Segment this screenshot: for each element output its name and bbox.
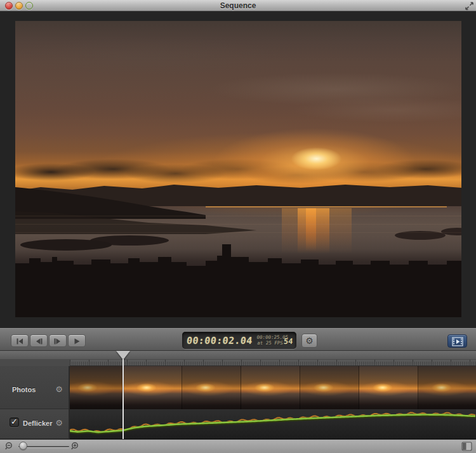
fullscreen-icon[interactable] — [465, 2, 473, 10]
deflicker-checkbox[interactable]: ✓ — [10, 417, 19, 427]
deflicker-track-content[interactable] — [70, 409, 476, 439]
timecode-display: 00:00:02.04 00:00:25.05 at 25 FPS 54 — [182, 332, 296, 349]
step-backward-button[interactable] — [30, 334, 48, 347]
bottom-toolbar — [0, 439, 476, 453]
titlebar[interactable]: Sequence — [0, 0, 476, 11]
transport-bar: 00:00:02.04 00:00:25.05 at 25 FPS 54 ⚙ — [0, 328, 476, 351]
playback-settings-button[interactable]: ⚙ — [301, 334, 317, 348]
zoom-in-button[interactable] — [70, 442, 80, 451]
deflicker-track-label: Deflicker — [23, 419, 52, 427]
panel-toggle-icon — [461, 442, 472, 451]
photos-thumbnails — [70, 366, 476, 409]
step-forward-icon — [53, 337, 62, 346]
deflicker-track-settings-button[interactable]: ⚙ — [55, 418, 63, 428]
app-window: Sequence — [0, 0, 476, 453]
deflicker-track: ✓ Deflicker ⚙ — [0, 409, 476, 439]
landscape-silhouette — [15, 21, 461, 317]
total-duration: 00:00:25.05 — [256, 334, 285, 340]
timeline: Photos ⚙ ✓ Deflicker ⚙ — [0, 351, 476, 439]
playhead-handle[interactable] — [116, 351, 130, 360]
photos-track-label: Photos — [12, 386, 36, 393]
photos-track-settings-button[interactable]: ⚙ — [55, 384, 63, 394]
zoom-in-icon — [70, 442, 80, 451]
play-button[interactable] — [68, 334, 86, 347]
preview-image — [15, 21, 461, 317]
photo-thumbnail[interactable] — [182, 366, 241, 409]
timeline-zoom-slider-thumb[interactable] — [19, 442, 27, 450]
photo-thumbnail[interactable] — [241, 366, 300, 409]
fps-label: at 25 FPS — [256, 340, 284, 346]
deflicker-track-header: ✓ Deflicker ⚙ — [0, 409, 70, 439]
play-icon — [72, 337, 81, 346]
photo-thumbnail[interactable] — [359, 366, 418, 409]
timeline-ruler[interactable] — [70, 360, 476, 366]
photo-thumbnail[interactable] — [418, 366, 476, 409]
frame-number: 54 — [283, 337, 293, 346]
preview-area — [0, 11, 476, 328]
photos-track-header: Photos ⚙ — [0, 366, 70, 409]
window-title: Sequence — [0, 1, 476, 10]
photos-track-content[interactable] — [70, 366, 476, 409]
zoom-out-icon — [4, 442, 14, 451]
photo-thumbnail[interactable] — [123, 366, 182, 409]
go-to-start-button[interactable] — [11, 334, 29, 347]
playhead-strip[interactable] — [0, 351, 476, 360]
filmstrip-play-icon — [451, 336, 465, 347]
duration-fps: 00:00:25.05 at 25 FPS — [256, 334, 285, 346]
panel-toggle-button[interactable] — [461, 442, 472, 451]
gear-icon: ⚙ — [55, 418, 63, 428]
photo-thumbnail[interactable] — [300, 366, 359, 409]
ruler-spacer — [0, 360, 70, 366]
zoom-out-button[interactable] — [4, 442, 14, 451]
gear-icon: ⚙ — [55, 384, 63, 394]
photos-track: Photos ⚙ — [0, 366, 476, 409]
go-to-start-icon — [15, 337, 24, 346]
step-backward-icon — [34, 337, 43, 346]
gear-icon: ⚙ — [305, 336, 314, 346]
checkmark-icon: ✓ — [11, 417, 18, 426]
playhead-line[interactable] — [122, 359, 124, 439]
preview-mode-toggle[interactable] — [447, 334, 467, 348]
current-timecode: 00:00:02.04 — [186, 335, 253, 346]
step-forward-button[interactable] — [49, 334, 67, 347]
photo-thumbnail[interactable] — [70, 366, 123, 409]
deflicker-curve — [70, 409, 476, 439]
